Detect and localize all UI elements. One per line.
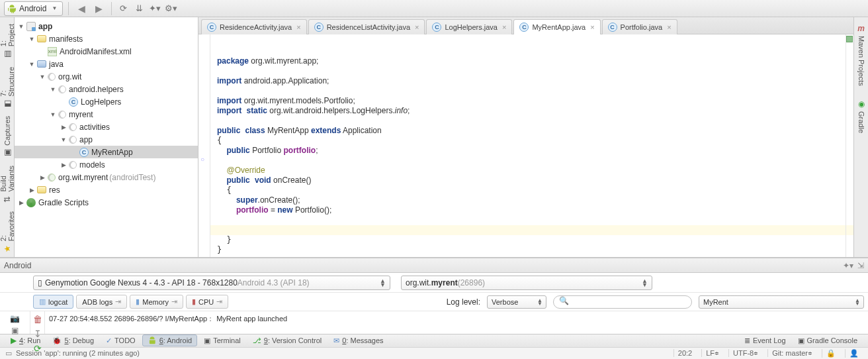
editor-tabs: CResidenceActivity.java× CResidenceListA… bbox=[198, 17, 853, 34]
tree-node-app-pkg[interactable]: ▼app bbox=[15, 133, 198, 146]
caret-position[interactable]: 20:2 bbox=[673, 349, 696, 357]
tree-node-manifest-file[interactable]: ·xmlAndroidManifest.xml bbox=[15, 45, 198, 58]
tree-node-myrent[interactable]: ▼myrent bbox=[15, 108, 198, 121]
hide-icon[interactable]: ⇲ bbox=[857, 261, 864, 270]
gear-icon[interactable]: ⚙▾ bbox=[165, 3, 177, 15]
hector-icon[interactable]: 👤 bbox=[845, 349, 863, 358]
class-icon: C bbox=[519, 23, 529, 32]
divider bbox=[111, 2, 112, 15]
tree-node-models[interactable]: ▶models bbox=[15, 158, 198, 171]
history-back-button[interactable]: ◀ bbox=[74, 1, 89, 16]
rail-structure[interactable]: ◧7: Structure bbox=[0, 63, 17, 113]
package-icon bbox=[48, 73, 56, 81]
dropdown-icon: ▲▼ bbox=[380, 279, 386, 287]
override-marker-icon[interactable]: ○ bbox=[200, 156, 204, 163]
tree-node-loghelpers[interactable]: ·CLogHelpers bbox=[15, 95, 198, 108]
rail-favorites[interactable]: ★2: Favorites bbox=[0, 207, 17, 257]
gear-icon[interactable]: ✦▾ bbox=[843, 261, 853, 270]
logcat-toolbar: ▥logcat ADB logs ⇥ ▮Memory ⇥ ▮CPU ⇥ Log … bbox=[0, 293, 868, 311]
memory-tab[interactable]: ▮Memory ⇥ bbox=[130, 295, 183, 309]
tool-android[interactable]: 6: Android bbox=[142, 334, 198, 346]
close-icon[interactable]: × bbox=[415, 23, 419, 31]
log-filter-combo[interactable]: MyRent▲▼ bbox=[699, 295, 864, 309]
rail-captures[interactable]: ▣Captures bbox=[2, 112, 13, 162]
tool-messages[interactable]: ✉0: Messages bbox=[328, 335, 388, 346]
right-tool-rail: mMaven Projects ◉Gradle bbox=[853, 17, 868, 257]
close-icon[interactable]: × bbox=[502, 23, 506, 31]
class-icon: C bbox=[79, 148, 89, 157]
tree-node-helpers[interactable]: ▼android.helpers bbox=[15, 83, 198, 95]
tab-loghelpers[interactable]: CLogHelpers.java× bbox=[426, 19, 512, 34]
code-editor[interactable]: ○ package org.wit.myrent.app; import and… bbox=[198, 34, 853, 257]
close-icon[interactable]: × bbox=[590, 23, 594, 31]
tab-myrentapp[interactable]: CMyRentApp.java× bbox=[513, 19, 600, 34]
logcat-output[interactable]: 📷 ▣ 🗑 ↧ ⟳ 07-27 20:54:48.552 26896-26896… bbox=[0, 311, 868, 334]
package-icon bbox=[69, 161, 77, 169]
project-icon: ▤ bbox=[3, 50, 12, 58]
tree-node-app[interactable]: ▼app bbox=[15, 20, 198, 32]
tree-node-orgwit[interactable]: ▼org.wit bbox=[15, 70, 198, 83]
close-icon[interactable]: × bbox=[667, 23, 671, 31]
cpu-tab[interactable]: ▮CPU ⇥ bbox=[186, 295, 228, 309]
tool-terminal[interactable]: ▣Terminal bbox=[198, 335, 246, 346]
git-branch[interactable]: Git: master ≑ bbox=[767, 349, 816, 357]
tree-node-testpkg[interactable]: ▶org.wit.myrent (androidTest) bbox=[15, 171, 198, 183]
error-stripe[interactable] bbox=[846, 34, 853, 257]
tool-gradleconsole[interactable]: ▣Gradle Console bbox=[793, 335, 863, 346]
screen-record-icon[interactable]: ▣ bbox=[11, 326, 20, 335]
tab-residencelistactivity[interactable]: CResidenceListActivity.java× bbox=[308, 19, 425, 34]
logcat-icon: ▥ bbox=[39, 297, 46, 306]
messages-icon: ✉ bbox=[333, 336, 339, 345]
settings-icon[interactable]: ✦▾ bbox=[149, 3, 161, 15]
device-combo[interactable]: ▯ Genymotion Google Nexus 4 - 4.3 - API … bbox=[33, 276, 390, 290]
android-icon bbox=[148, 336, 157, 345]
screenshot-icon[interactable]: 📷 bbox=[11, 314, 20, 323]
status-icon[interactable]: ▭ bbox=[5, 349, 12, 358]
trash-icon[interactable]: 🗑 bbox=[33, 314, 42, 325]
history-forward-button[interactable]: ▶ bbox=[91, 1, 106, 16]
android-tool-window: Android ✦▾ ⇲ ▯ Genymotion Google Nexus 4… bbox=[0, 258, 868, 334]
rail-build-variants[interactable]: ⇅Build Variants bbox=[0, 162, 17, 208]
rail-gradle[interactable]: ◉Gradle bbox=[856, 95, 867, 137]
line-separator[interactable]: LF≑ bbox=[701, 349, 723, 357]
lock-icon[interactable]: 🔒 bbox=[822, 349, 840, 358]
close-icon[interactable]: × bbox=[296, 23, 300, 31]
star-icon: ★ bbox=[3, 245, 12, 252]
rail-maven[interactable]: mMaven Projects bbox=[856, 20, 867, 90]
collapse-icon[interactable]: ⇊ bbox=[133, 3, 145, 15]
logcat-tab[interactable]: ▥logcat bbox=[33, 295, 73, 309]
log-level-combo[interactable]: Verbose▲▼ bbox=[487, 295, 546, 309]
tool-eventlog[interactable]: ≣Event Log bbox=[739, 335, 791, 346]
scroll-end-icon[interactable]: ↧ bbox=[34, 329, 42, 339]
bottom-toolbar: ▶4: Run 🐞5: Debug ✓TODO 6: Android ▣Term… bbox=[0, 334, 868, 347]
status-bar: ▭ Session 'app': running (2 minutes ago)… bbox=[0, 347, 868, 359]
tab-residenceactivity[interactable]: CResidenceActivity.java× bbox=[201, 19, 307, 34]
adb-logs-tab[interactable]: ADB logs ⇥ bbox=[76, 295, 127, 309]
restart-icon[interactable]: ⟳ bbox=[34, 343, 42, 354]
todo-icon: ✓ bbox=[106, 336, 112, 345]
log-search-input[interactable]: 🔍 bbox=[553, 295, 692, 309]
android-panel-header[interactable]: Android ✦▾ ⇲ bbox=[0, 258, 868, 273]
package-icon bbox=[69, 136, 77, 144]
pin-icon: ⇥ bbox=[216, 297, 222, 306]
maven-icon: m bbox=[857, 24, 865, 33]
tree-node-gradle[interactable]: ▶Gradle Scripts bbox=[15, 196, 198, 209]
console-icon: ▣ bbox=[798, 336, 804, 345]
rail-project[interactable]: ▤1: Project bbox=[0, 20, 17, 62]
tree-node-myrentapp[interactable]: ·CMyRentApp bbox=[15, 146, 198, 158]
tree-node-java[interactable]: ▼java bbox=[15, 58, 198, 70]
tree-node-manifests[interactable]: ▼manifests bbox=[15, 32, 198, 45]
process-combo[interactable]: org.wit.myrent (26896) ▲▼ bbox=[401, 276, 652, 290]
tree-node-activities[interactable]: ▶activities bbox=[15, 121, 198, 133]
project-tree[interactable]: ▼app ▼manifests ·xmlAndroidManifest.xml … bbox=[15, 17, 198, 257]
file-encoding[interactable]: UTF-8≑ bbox=[728, 349, 762, 357]
tree-node-res[interactable]: ▶res bbox=[15, 183, 198, 196]
main-area: ▤1: Project ◧7: Structure ▣Captures ⇅Bui… bbox=[0, 17, 868, 258]
sync-icon[interactable]: ⟳ bbox=[117, 3, 129, 15]
tool-debug[interactable]: 🐞5: Debug bbox=[47, 335, 99, 346]
run-config-combo[interactable]: Android ▼ bbox=[4, 1, 63, 16]
tool-vcs[interactable]: ⎇9: Version Control bbox=[247, 335, 327, 346]
package-icon bbox=[69, 123, 77, 131]
tool-todo[interactable]: ✓TODO bbox=[101, 335, 141, 346]
tab-portfolio[interactable]: CPortfolio.java× bbox=[602, 19, 677, 34]
